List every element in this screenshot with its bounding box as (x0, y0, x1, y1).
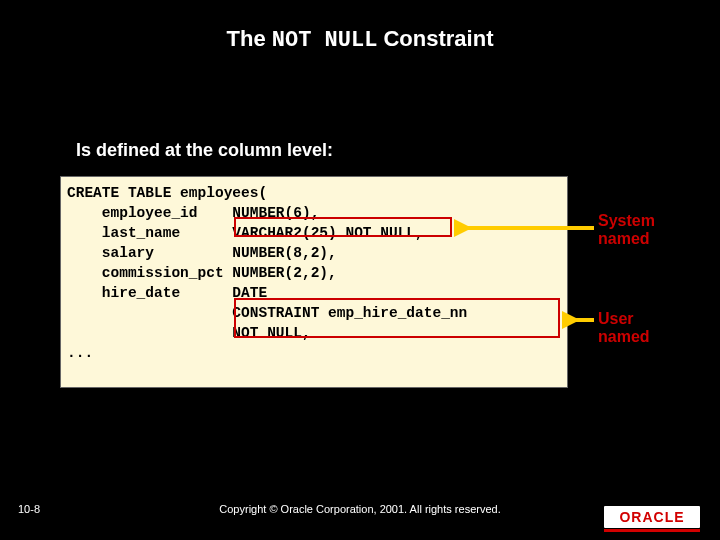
arrow-user-named (562, 310, 596, 330)
label-user-line1: User (598, 310, 634, 327)
label-system-named: System named (598, 212, 655, 248)
title-prefix: The (227, 26, 272, 51)
subtitle: Is defined at the column level: (76, 140, 333, 161)
arrow-system-named (454, 218, 596, 238)
title-code: NOT NULL (272, 28, 378, 53)
oracle-logo: ORACLE (604, 506, 700, 528)
label-system-line2: named (598, 230, 650, 247)
code-block: CREATE TABLE employees( employee_id NUMB… (60, 176, 568, 388)
label-user-line2: named (598, 328, 650, 345)
label-system-line1: System (598, 212, 655, 229)
logo-text: ORACLE (619, 509, 684, 525)
logo-underline (604, 529, 700, 532)
slide-title: The NOT NULL Constraint (0, 0, 720, 53)
title-suffix: Constraint (377, 26, 493, 51)
label-user-named: User named (598, 310, 650, 346)
highlight-system-named (234, 217, 452, 237)
highlight-user-named (234, 298, 560, 338)
